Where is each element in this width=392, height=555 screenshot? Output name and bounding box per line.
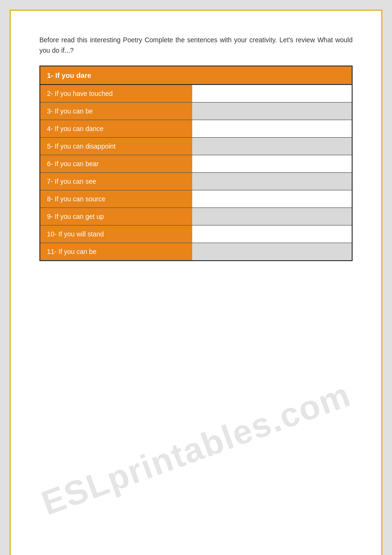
row-input-4[interactable]: [192, 120, 352, 137]
table-row: 3- If you can be: [40, 103, 352, 120]
table-row: 9- If you can get up: [40, 208, 352, 226]
activity-table: 1- If you dare 2- If you have touched 3-…: [39, 66, 353, 261]
table-row: 4- If you can dance: [40, 120, 352, 138]
row-input-5[interactable]: [192, 138, 352, 155]
row-label-8: 8- If you can source: [40, 190, 192, 207]
row-input-9[interactable]: [192, 208, 352, 225]
table-row: 6- If you can bear: [40, 155, 352, 173]
table-header-row: 1- If you dare: [40, 66, 352, 85]
row-label-5: 5- If you can disappoint: [40, 138, 192, 155]
table-row: 2- If you have touched: [40, 85, 352, 103]
table-row: 8- If you can source: [40, 190, 352, 208]
row-label-4: 4- If you can dance: [40, 120, 192, 137]
row-input-8[interactable]: [192, 190, 352, 207]
row-label-3: 3- If you can be: [40, 103, 192, 120]
row-input-6[interactable]: [192, 155, 352, 172]
row-label-9: 9- If you can get up: [40, 208, 192, 225]
row-input-3[interactable]: [192, 103, 352, 120]
row-input-2[interactable]: [192, 85, 352, 102]
row-label-7: 7- If you can see: [40, 173, 192, 190]
row-label-11: 11- If you can be: [40, 243, 192, 260]
row-label-2: 2- If you have touched: [40, 85, 192, 102]
page: Before read this interesting Poetry Comp…: [9, 9, 383, 555]
row-input-10[interactable]: [192, 226, 352, 243]
row-label-6: 6- If you can bear: [40, 155, 192, 172]
intro-text: Before read this interesting Poetry Comp…: [39, 35, 353, 56]
table-row: 11- If you can be: [40, 243, 352, 260]
watermark: ESLprintables.com: [37, 375, 356, 523]
header-label: 1- If you dare: [40, 66, 352, 84]
table-row: 5- If you can disappoint: [40, 138, 352, 155]
row-input-11[interactable]: [192, 243, 352, 260]
row-label-10: 10- If you will stand: [40, 226, 192, 243]
table-row: 7- If you can see: [40, 173, 352, 190]
table-row: 10- If you will stand: [40, 226, 352, 243]
row-input-7[interactable]: [192, 173, 352, 190]
